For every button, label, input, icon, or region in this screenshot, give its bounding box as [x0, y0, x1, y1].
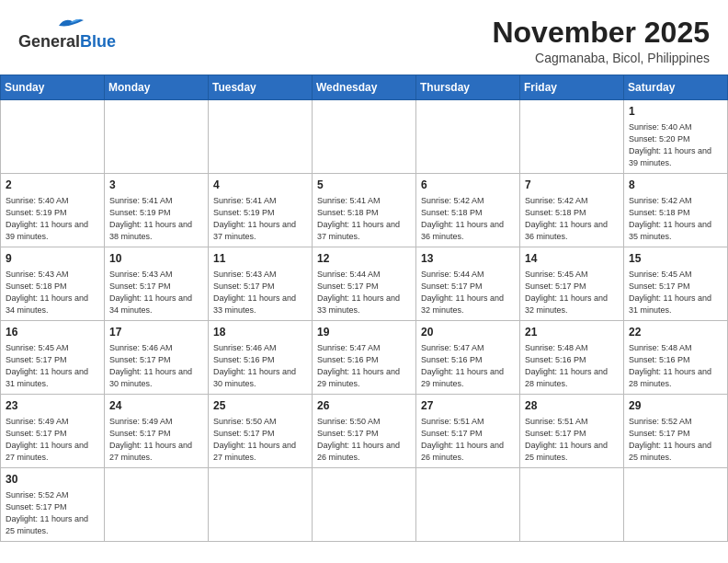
day-6: 6 Sunrise: 5:42 AMSunset: 5:18 PMDayligh… — [416, 174, 520, 247]
col-wednesday: Wednesday — [313, 75, 416, 100]
page-header: GeneralBlue November 2025 Cagmanaba, Bic… — [0, 0, 728, 75]
calendar-row-6: 30 Sunrise: 5:52 AMSunset: 5:17 PMDaylig… — [1, 468, 728, 542]
col-thursday: Thursday — [416, 75, 520, 100]
day-13: 13 Sunrise: 5:44 AMSunset: 5:17 PMDaylig… — [416, 247, 520, 321]
calendar-table: Sunday Monday Tuesday Wednesday Thursday… — [0, 75, 728, 542]
day-14: 14 Sunrise: 5:45 AMSunset: 5:17 PMDaylig… — [520, 247, 624, 321]
calendar-row-3: 9 Sunrise: 5:43 AMSunset: 5:18 PMDayligh… — [1, 247, 728, 321]
empty-cell — [313, 100, 416, 174]
day-29: 29 Sunrise: 5:52 AMSunset: 5:17 PMDaylig… — [624, 395, 728, 468]
day-22: 22 Sunrise: 5:48 AMSunset: 5:16 PMDaylig… — [624, 321, 728, 395]
day-10: 10 Sunrise: 5:43 AMSunset: 5:17 PMDaylig… — [105, 247, 209, 321]
day-21: 21 Sunrise: 5:48 AMSunset: 5:16 PMDaylig… — [520, 321, 624, 395]
day-24: 24 Sunrise: 5:49 AMSunset: 5:17 PMDaylig… — [105, 395, 209, 468]
col-tuesday: Tuesday — [209, 75, 313, 100]
day-16: 16 Sunrise: 5:45 AMSunset: 5:17 PMDaylig… — [1, 321, 105, 395]
empty-cell — [624, 468, 728, 542]
day-15: 15 Sunrise: 5:45 AMSunset: 5:17 PMDaylig… — [624, 247, 728, 321]
empty-cell — [1, 100, 105, 174]
logo-text: GeneralBlue — [18, 33, 116, 52]
calendar-row-2: 2 Sunrise: 5:40 AMSunset: 5:19 PMDayligh… — [1, 174, 728, 247]
empty-cell — [105, 468, 209, 542]
day-12: 12 Sunrise: 5:44 AMSunset: 5:17 PMDaylig… — [313, 247, 416, 321]
day-7: 7 Sunrise: 5:42 AMSunset: 5:18 PMDayligh… — [520, 174, 624, 247]
day-18: 18 Sunrise: 5:46 AMSunset: 5:16 PMDaylig… — [209, 321, 313, 395]
day-26: 26 Sunrise: 5:50 AMSunset: 5:17 PMDaylig… — [313, 395, 416, 468]
day-3: 3 Sunrise: 5:41 AMSunset: 5:19 PMDayligh… — [105, 174, 209, 247]
day-11: 11 Sunrise: 5:43 AMSunset: 5:17 PMDaylig… — [209, 247, 313, 321]
calendar-row-1: 1 Sunrise: 5:40 AMSunset: 5:20 PMDayligh… — [1, 100, 728, 174]
day-17: 17 Sunrise: 5:46 AMSunset: 5:17 PMDaylig… — [105, 321, 209, 395]
calendar-row-5: 23 Sunrise: 5:49 AMSunset: 5:17 PMDaylig… — [1, 395, 728, 468]
day-19: 19 Sunrise: 5:47 AMSunset: 5:16 PMDaylig… — [313, 321, 416, 395]
col-sunday: Sunday — [1, 75, 105, 100]
empty-cell — [416, 100, 520, 174]
col-saturday: Saturday — [624, 75, 728, 100]
empty-cell — [520, 468, 624, 542]
empty-cell — [416, 468, 520, 542]
day-9: 9 Sunrise: 5:43 AMSunset: 5:18 PMDayligh… — [1, 247, 105, 321]
logo-bird-icon — [53, 13, 86, 33]
day-4: 4 Sunrise: 5:41 AMSunset: 5:19 PMDayligh… — [209, 174, 313, 247]
day-8: 8 Sunrise: 5:42 AMSunset: 5:18 PMDayligh… — [624, 174, 728, 247]
day-23: 23 Sunrise: 5:49 AMSunset: 5:17 PMDaylig… — [1, 395, 105, 468]
calendar-header-row: Sunday Monday Tuesday Wednesday Thursday… — [1, 75, 728, 100]
day-20: 20 Sunrise: 5:47 AMSunset: 5:16 PMDaylig… — [416, 321, 520, 395]
col-monday: Monday — [105, 75, 209, 100]
day-5: 5 Sunrise: 5:41 AMSunset: 5:18 PMDayligh… — [313, 174, 416, 247]
empty-cell — [313, 468, 416, 542]
month-title: November 2025 — [492, 17, 710, 49]
day-28: 28 Sunrise: 5:51 AMSunset: 5:17 PMDaylig… — [520, 395, 624, 468]
day-30: 30 Sunrise: 5:52 AMSunset: 5:17 PMDaylig… — [1, 468, 105, 542]
empty-cell — [105, 100, 209, 174]
day-25: 25 Sunrise: 5:50 AMSunset: 5:17 PMDaylig… — [209, 395, 313, 468]
day-2: 2 Sunrise: 5:40 AMSunset: 5:19 PMDayligh… — [1, 174, 105, 247]
location: Cagmanaba, Bicol, Philippines — [492, 51, 710, 65]
empty-cell — [520, 100, 624, 174]
day-1: 1 Sunrise: 5:40 AMSunset: 5:20 PMDayligh… — [624, 100, 728, 174]
empty-cell — [209, 468, 313, 542]
logo: GeneralBlue — [18, 17, 116, 52]
day-27: 27 Sunrise: 5:51 AMSunset: 5:17 PMDaylig… — [416, 395, 520, 468]
title-block: November 2025 Cagmanaba, Bicol, Philippi… — [492, 17, 710, 65]
col-friday: Friday — [520, 75, 624, 100]
calendar-row-4: 16 Sunrise: 5:45 AMSunset: 5:17 PMDaylig… — [1, 321, 728, 395]
empty-cell — [209, 100, 313, 174]
